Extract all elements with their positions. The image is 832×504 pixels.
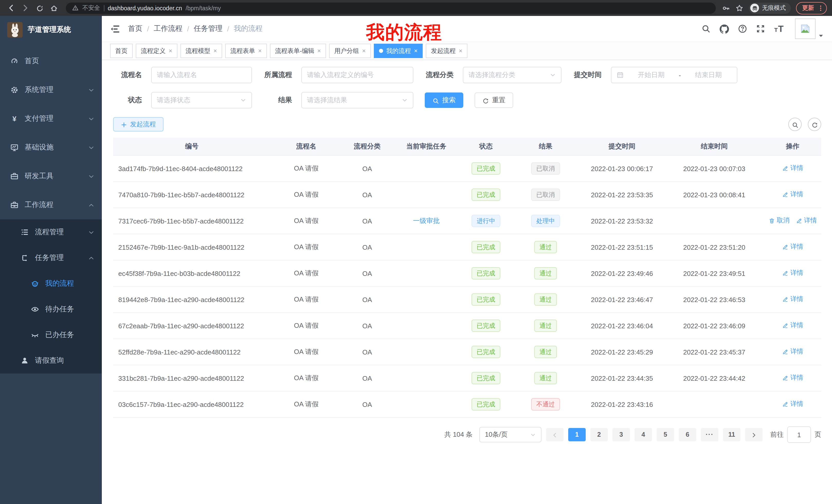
font-size-icon[interactable]: TT: [774, 24, 784, 34]
pagination-page-4[interactable]: 4: [634, 428, 652, 441]
sidebar-collapse-icon[interactable]: [110, 24, 120, 34]
sidebar-item-label: 已办任务: [45, 330, 95, 340]
browser-menu-icon[interactable]: [817, 4, 824, 11]
submit-time-range-picker[interactable]: 开始日期 - 结束日期: [611, 67, 737, 83]
sidebar-item-process-mgmt[interactable]: 流程管理: [0, 219, 102, 245]
pagination-next-button[interactable]: [745, 428, 762, 441]
briefcase-icon: [10, 201, 19, 209]
pagination-more-button[interactable]: ···: [701, 428, 718, 441]
tab-close-icon[interactable]: ×: [317, 48, 321, 54]
detail-link[interactable]: 详情: [782, 347, 803, 356]
process-name-input[interactable]: 请输入流程名: [151, 67, 252, 83]
detail-link[interactable]: 详情: [782, 190, 803, 199]
browser-reload-button[interactable]: [34, 2, 45, 13]
pagination-page-1[interactable]: 1: [568, 428, 586, 441]
result-select[interactable]: 请选择流结果: [301, 92, 413, 108]
detail-link[interactable]: 详情: [782, 295, 803, 304]
chevron-down-icon: [550, 72, 556, 78]
reset-button[interactable]: 重置: [475, 92, 513, 108]
pagination-page-2[interactable]: 2: [590, 428, 608, 441]
user-menu[interactable]: [795, 19, 824, 39]
sidebar-item-system[interactable]: 系统管理: [0, 76, 102, 104]
cell-result: 通过: [512, 286, 579, 313]
tab-close-icon[interactable]: ×: [362, 48, 366, 54]
cell-actions: 详情: [764, 391, 821, 417]
sidebar-item-dev-tools[interactable]: 研发工具: [0, 162, 102, 191]
page-size-select[interactable]: 10条/页: [479, 427, 542, 442]
github-icon[interactable]: [719, 24, 729, 34]
cell-status: 已完成: [460, 313, 512, 339]
breadcrumb-item-home[interactable]: 首页: [128, 24, 142, 33]
breadcrumb-item-task-mgmt[interactable]: 任务管理: [194, 24, 223, 33]
forward-icon: [21, 4, 30, 12]
sidebar-item-label: 流程管理: [35, 228, 88, 237]
sidebar-item-infra[interactable]: 基础设施: [0, 133, 102, 162]
browser-update-button[interactable]: 更新: [796, 2, 827, 14]
search-button[interactable]: 搜索: [425, 92, 463, 108]
tab-close-icon[interactable]: ×: [459, 48, 462, 54]
search-icon[interactable]: [701, 24, 711, 33]
current-task-link[interactable]: 一级审批: [413, 217, 440, 225]
tab-流程表单-编辑[interactable]: 流程表单-编辑×: [270, 44, 326, 58]
browser-forward-button[interactable]: [20, 2, 31, 13]
sidebar-item-task-mgmt[interactable]: 任务管理: [0, 245, 102, 271]
detail-link[interactable]: 详情: [796, 217, 817, 225]
pagination-page-5[interactable]: 5: [657, 428, 674, 441]
detail-link[interactable]: 详情: [782, 374, 803, 383]
pagination-page-6[interactable]: 6: [679, 428, 696, 441]
cell-current-task: [392, 156, 460, 181]
pagination-prev-button[interactable]: [546, 428, 564, 441]
table-search-toggle-button[interactable]: [788, 118, 802, 131]
tab-close-icon[interactable]: ×: [169, 48, 172, 54]
tab-我的流程[interactable]: 我的流程×: [374, 44, 423, 58]
tab-流程表单[interactable]: 流程表单×: [225, 44, 267, 58]
sidebar-item-my-process[interactable]: 我的流程: [0, 271, 102, 297]
tab-close-icon[interactable]: ×: [258, 48, 262, 54]
sidebar-item-label: 研发工具: [25, 172, 88, 181]
tab-流程模型[interactable]: 流程模型×: [181, 44, 222, 58]
cell-result: 通过: [512, 260, 579, 286]
tab-close-icon[interactable]: ×: [213, 48, 217, 54]
gear-icon: [10, 86, 19, 94]
tab-流程定义[interactable]: 流程定义×: [136, 44, 177, 58]
process-category-select[interactable]: 请选择流程分类: [463, 67, 562, 83]
sidebar-item-workflow[interactable]: 工作流程: [0, 191, 102, 219]
tab-发起流程[interactable]: 发起流程×: [426, 44, 467, 58]
cell-category: OA: [342, 339, 392, 365]
goto-page-input[interactable]: [787, 426, 811, 443]
bookmark-star-icon[interactable]: [735, 4, 744, 12]
cancel-link[interactable]: 取消: [769, 217, 789, 225]
address-bar[interactable]: 不安全 dashboard.yudao.iocoder.cn/bpm/task/…: [66, 2, 716, 13]
detail-label: 详情: [804, 217, 817, 225]
sidebar-item-payment[interactable]: ¥支付管理: [0, 104, 102, 133]
status-select[interactable]: 请选择状态: [151, 92, 252, 108]
process-definition-input[interactable]: 请输入流程定义的编号: [301, 67, 413, 83]
detail-link[interactable]: 详情: [782, 321, 803, 330]
tab-close-icon[interactable]: ×: [414, 48, 418, 54]
breadcrumb-item-workflow[interactable]: 工作流程: [154, 24, 183, 33]
sidebar-item-leave-query[interactable]: 请假查询: [0, 348, 102, 373]
sidebar-item-home[interactable]: 首页: [0, 47, 102, 76]
detail-link[interactable]: 详情: [782, 164, 803, 173]
cell-process-name: OA 请假: [270, 260, 342, 286]
sidebar-item-done-tasks[interactable]: 已办任务: [0, 322, 102, 348]
password-key-icon[interactable]: [722, 4, 730, 12]
browser-home-button[interactable]: [48, 2, 60, 13]
create-process-button[interactable]: 发起流程: [113, 117, 163, 132]
pagination-page-3[interactable]: 3: [613, 428, 630, 441]
sidebar-item-todo-tasks[interactable]: 待办任务: [0, 297, 102, 322]
detail-link[interactable]: 详情: [782, 269, 803, 278]
table-refresh-button[interactable]: [808, 118, 821, 131]
avatar[interactable]: [795, 19, 815, 39]
tab-首页[interactable]: 首页: [110, 44, 133, 58]
pagination-page-11[interactable]: 11: [723, 428, 740, 441]
url-path: /bpm/task/my: [186, 5, 221, 11]
detail-link[interactable]: 详情: [782, 243, 803, 251]
browser-back-button[interactable]: [5, 2, 17, 13]
detail-link[interactable]: 详情: [782, 400, 803, 409]
pagination-pages: 123456···11: [568, 428, 740, 441]
tab-用户分组[interactable]: 用户分组×: [329, 44, 371, 58]
fullscreen-icon[interactable]: [756, 24, 765, 33]
cell-current-task: [392, 260, 460, 286]
help-icon[interactable]: [738, 24, 747, 33]
